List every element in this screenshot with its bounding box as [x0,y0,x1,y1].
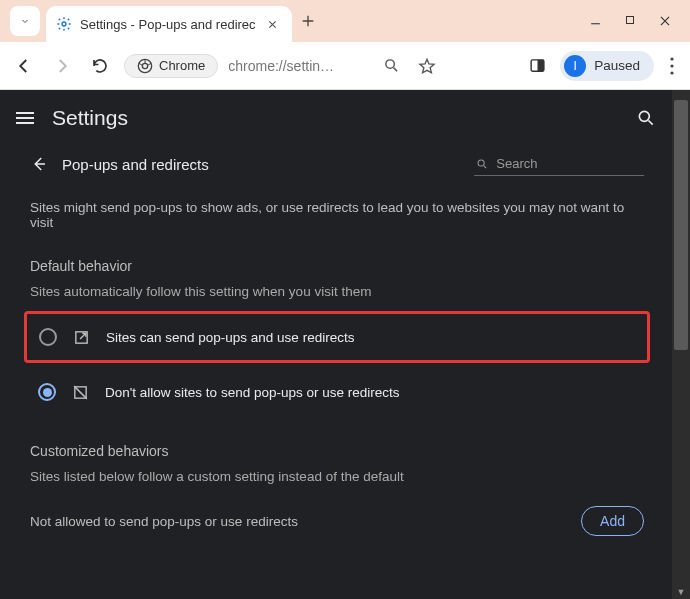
search-icon [636,108,656,128]
subheader-title: Pop-ups and redirects [62,156,209,173]
option-label: Sites can send pop-ups and use redirects [106,330,354,345]
svg-rect-1 [627,17,634,24]
profile-status: Paused [594,58,640,73]
svg-point-0 [62,22,66,26]
menu-button[interactable] [664,57,680,75]
window-controls [589,14,686,28]
customized-title: Customized behaviors [30,443,644,459]
reload-icon [91,57,109,75]
scrollbar-down-button[interactable]: ▼ [672,585,690,599]
default-behavior-subtitle: Sites automatically follow this setting … [30,284,644,299]
zoom-button[interactable] [378,53,404,79]
not-allowed-section: Not allowed to send pop-ups or use redir… [30,506,644,536]
search-icon [476,157,488,171]
address-bar[interactable]: chrome://settin… [228,58,368,74]
site-identity-label: Chrome [159,58,205,73]
close-icon [267,19,278,30]
avatar: I [564,55,586,77]
reload-button[interactable] [86,52,114,80]
browser-toolbar: Chrome chrome://settin… I Paused [0,42,690,90]
svg-point-4 [386,60,395,69]
svg-point-10 [639,111,649,121]
radio-button[interactable] [38,383,56,401]
tab-strip: Settings - Pop-ups and redirec [0,0,690,42]
profile-button[interactable]: I Paused [560,51,654,81]
close-window-button[interactable] [658,14,672,28]
tab-close-button[interactable] [264,19,282,30]
arrow-left-icon [15,57,33,75]
maximize-icon [624,14,636,26]
forward-button[interactable] [48,52,76,80]
site-identity-pill[interactable]: Chrome [124,54,218,78]
svg-point-3 [142,63,147,68]
bookmark-button[interactable] [414,53,440,79]
arrow-left-icon [30,155,48,173]
tab-dropdown-button[interactable] [10,6,40,36]
browser-tab[interactable]: Settings - Pop-ups and redirec [46,6,292,42]
header-search-button[interactable] [636,108,656,128]
tab-title: Settings - Pop-ups and redirec [80,17,256,32]
back-button[interactable] [10,52,38,80]
radio-button[interactable] [39,328,57,346]
magnifier-icon [383,57,400,74]
subheader: Pop-ups and redirects [30,152,644,176]
chevron-down-icon [19,15,31,27]
default-behavior-title: Default behavior [30,258,644,274]
arrow-right-icon [53,57,71,75]
option-label: Don't allow sites to send pop-ups or use… [105,385,399,400]
plus-icon [300,13,316,29]
scrollbar-thumb[interactable] [674,100,688,350]
customized-subtitle: Sites listed below follow a custom setti… [30,469,644,484]
svg-point-7 [670,57,673,60]
svg-point-11 [478,159,484,165]
option-allow-popups[interactable]: Sites can send pop-ups and use redirects [31,314,643,360]
add-site-button[interactable]: Add [581,506,644,536]
settings-search-input[interactable] [496,156,642,171]
new-tab-button[interactable] [300,13,316,29]
settings-page: Settings Pop-ups and redirects Sites mig… [0,90,672,599]
highlighted-option: Sites can send pop-ups and use redirects [24,311,650,363]
page-title: Settings [52,106,128,130]
panel-icon [529,57,546,74]
chrome-icon [137,58,153,74]
star-icon [418,57,436,75]
gear-icon [56,16,72,32]
scrollbar[interactable]: ▼ [672,90,690,599]
open-external-icon [73,329,90,346]
back-to-content-button[interactable] [30,155,48,173]
option-block-popups[interactable]: Don't allow sites to send pop-ups or use… [30,369,644,415]
svg-point-8 [670,64,673,67]
settings-content: Pop-ups and redirects Sites might send p… [0,146,672,556]
page-description: Sites might send pop-ups to show ads, or… [30,200,644,230]
settings-header: Settings [0,90,672,146]
svg-point-9 [670,71,673,74]
not-allowed-label: Not allowed to send pop-ups or use redir… [30,514,298,529]
maximize-button[interactable] [624,14,636,28]
minimize-icon [589,14,602,27]
block-popup-icon [72,384,89,401]
side-panel-button[interactable] [524,53,550,79]
minimize-button[interactable] [589,14,602,28]
svg-rect-6 [538,60,544,71]
kebab-icon [670,57,674,75]
close-icon [658,14,672,28]
menu-toggle-button[interactable] [16,112,34,124]
settings-search-field[interactable] [474,152,644,176]
